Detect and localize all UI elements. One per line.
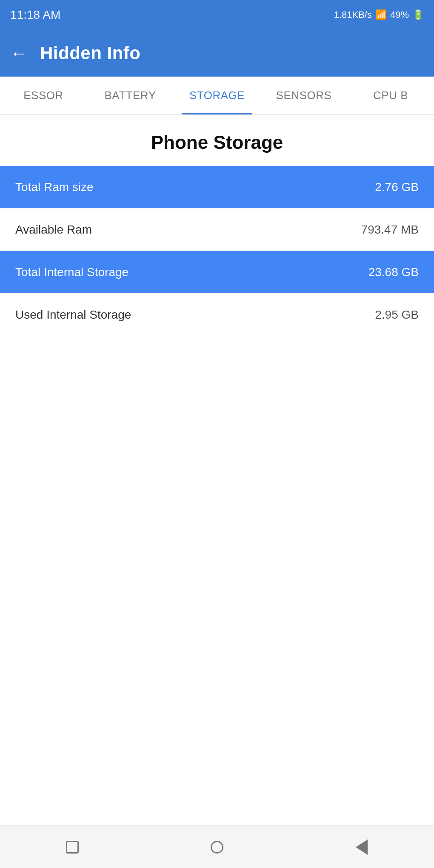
tab-sensors[interactable]: SENSORS xyxy=(260,77,347,114)
nav-back-button[interactable] xyxy=(349,834,374,860)
tab-storage-label: STORAGE xyxy=(189,89,245,102)
total-internal-value: 23.68 GB xyxy=(368,266,419,279)
table-row-used-internal: Used Internal Storage 2.95 GB xyxy=(0,294,434,336)
tab-battery[interactable]: BATTERY xyxy=(87,77,174,114)
page-title-container: Phone Storage xyxy=(0,115,434,166)
tab-cpu[interactable]: CPU B xyxy=(347,77,434,114)
signal-text: 1.81KB/s xyxy=(334,9,372,20)
tab-storage[interactable]: STORAGE xyxy=(174,77,260,114)
table-row-available-ram: Available Ram 793.47 MB xyxy=(0,208,434,251)
battery-text: 49% xyxy=(390,9,409,20)
back-nav-icon xyxy=(356,839,368,855)
tab-processor-label: ESSOR xyxy=(23,89,63,102)
battery-icon: 🔋 xyxy=(412,9,424,20)
home-icon xyxy=(211,841,223,854)
tab-sensors-label: SENSORS xyxy=(276,89,332,102)
table-row-total-internal: Total Internal Storage 23.68 GB xyxy=(0,251,434,294)
signal-icon: 📶 xyxy=(375,9,387,20)
status-bar: 11:18 AM 1.81KB/s 📶 49% 🔋 xyxy=(0,0,434,30)
nav-home-button[interactable] xyxy=(204,834,230,860)
available-ram-label: Available Ram xyxy=(15,223,92,237)
menu-icon xyxy=(66,841,79,854)
tab-processor[interactable]: ESSOR xyxy=(0,77,87,114)
page-title: Phone Storage xyxy=(9,132,425,153)
total-ram-label: Total Ram size xyxy=(15,180,94,194)
table-row-total-ram: Total Ram size 2.76 GB xyxy=(0,166,434,208)
app-bar: ← Hidden Info xyxy=(0,30,434,77)
total-ram-value: 2.76 GB xyxy=(375,180,419,194)
nav-bar xyxy=(0,825,434,868)
used-internal-label: Used Internal Storage xyxy=(15,308,131,322)
tab-battery-label: BATTERY xyxy=(104,89,156,102)
tab-bar: ESSOR BATTERY STORAGE SENSORS CPU B xyxy=(0,77,434,115)
back-button[interactable]: ← xyxy=(10,45,27,62)
status-time: 11:18 AM xyxy=(10,8,60,22)
storage-table: Total Ram size 2.76 GB Available Ram 793… xyxy=(0,166,434,336)
available-ram-value: 793.47 MB xyxy=(361,223,419,237)
status-icons: 1.81KB/s 📶 49% 🔋 xyxy=(334,9,424,20)
nav-menu-button[interactable] xyxy=(60,834,85,860)
app-title: Hidden Info xyxy=(40,43,140,63)
tab-cpu-label: CPU B xyxy=(373,89,408,102)
used-internal-value: 2.95 GB xyxy=(375,308,419,322)
total-internal-label: Total Internal Storage xyxy=(15,266,128,279)
